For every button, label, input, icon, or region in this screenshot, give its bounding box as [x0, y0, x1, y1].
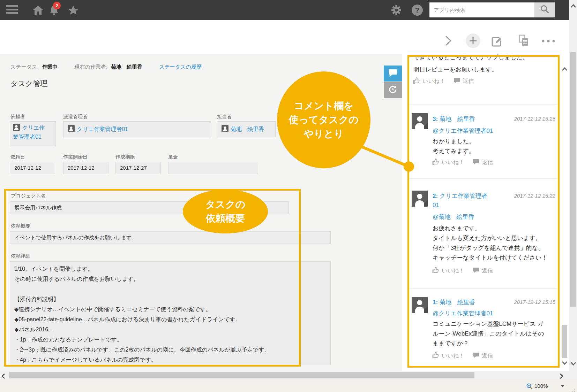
comment-author-link-line2[interactable]: 01: [433, 202, 439, 209]
comment-body-line: できているところまででアップしました。: [413, 53, 529, 62]
comment-bubble-icon: [388, 69, 398, 79]
zoom-dropdown-icon[interactable]: [561, 385, 564, 387]
hamburger-menu-icon[interactable]: [6, 5, 18, 15]
comment-body-line: 明日レビューをお願いします。: [413, 65, 498, 75]
detail-line: ◆パネル2016…: [14, 324, 326, 335]
comment-scroll-up-icon[interactable]: [562, 67, 568, 71]
like-button[interactable]: いいね！: [442, 267, 464, 275]
annotation-text: タスクの: [205, 198, 246, 212]
dispatch-manager-user-link[interactable]: クリエ作業管理者01: [68, 125, 128, 133]
page-scroll-up-icon[interactable]: [570, 4, 576, 8]
requester-user-link[interactable]: クリエ作: [13, 124, 53, 132]
field-label-request-date: 依頼日: [10, 154, 25, 160]
comment-mention-link[interactable]: @クリエ作業管理者01: [433, 127, 493, 135]
like-icon: [413, 77, 420, 85]
comment-body-line: ままですか？: [433, 339, 469, 348]
home-icon[interactable]: [32, 5, 44, 16]
comment-mention-link[interactable]: @クリエ作業管理者01: [433, 309, 493, 317]
help-icon[interactable]: ?: [412, 5, 423, 16]
page-horizontal-scrollbar[interactable]: [0, 371, 569, 380]
reply-button[interactable]: 返信: [482, 159, 493, 166]
tab-comments[interactable]: [384, 66, 402, 82]
field-label-requester: 依頼者: [10, 114, 25, 120]
comment-body-line: 何か「3社がタッグを組んで連携」的な、: [433, 243, 544, 253]
dispatch-manager-name: クリエ作業管理者01: [77, 126, 128, 133]
detail-line: ・1p：作成の元となるテンプレートです。: [14, 335, 326, 345]
page-vertical-scrollbar[interactable]: [569, 0, 577, 371]
assignee-field: 菊地 絵里香: [217, 121, 276, 137]
reply-button[interactable]: 返信: [463, 78, 474, 85]
comment-scroll-down-icon[interactable]: [562, 361, 568, 365]
field-label-summary: 依頼概要: [11, 223, 30, 229]
like-button[interactable]: いいね！: [442, 352, 464, 360]
comment-body-line: タイトルも変えた方がいいと思います。: [433, 233, 541, 243]
horizontal-scrollbar-thumb[interactable]: [9, 372, 474, 378]
requester-field: クリエ作 業管理者01: [10, 121, 56, 147]
start-date-value: 2017-12-12: [63, 162, 108, 174]
request-date-value: 2017-12-12: [10, 162, 55, 174]
comment-divider: [409, 288, 558, 289]
status-label: ステータス:: [10, 64, 39, 70]
detail-line: 【添付資料説明】: [14, 294, 326, 304]
comment-header[interactable]: 2: クリエ作業管理者: [433, 192, 487, 200]
annotation-bubble-summary: タスクの 依頼概要: [183, 190, 268, 233]
more-options-icon[interactable]: [542, 40, 555, 43]
avatar: [412, 191, 428, 208]
comment-author-link[interactable]: 菊地 絵里香: [440, 299, 475, 306]
page-scroll-left-icon[interactable]: [1, 373, 5, 379]
page-scroll-down-icon[interactable]: [570, 362, 576, 366]
field-label-detail: 依頼詳細: [11, 253, 30, 259]
detail-line: その時に使用するパネルの作成をお願いします。: [14, 274, 326, 284]
scrollbar-corner: [569, 371, 577, 380]
tab-change-history[interactable]: [384, 82, 402, 98]
comment-timestamp: 2017-12-12 15:22: [488, 193, 555, 199]
gear-icon[interactable]: [391, 5, 402, 16]
detail-line: ・4p：こちらでイメージしているパネルの完成図です。: [14, 355, 326, 365]
comment-number: 2:: [433, 193, 438, 199]
favorites-star-icon[interactable]: [68, 5, 79, 16]
unit-price-value: [168, 162, 257, 174]
detail-line: 1/10、イベントを開催します。: [14, 264, 326, 274]
search-input[interactable]: [429, 2, 534, 17]
field-label-assignee: 担当者: [217, 114, 232, 120]
current-worker-label: 現在の作業者:: [75, 64, 108, 70]
search-button[interactable]: [534, 2, 555, 17]
comment-body-line: コミュニケーション基盤LCMサービス ガ: [433, 319, 543, 329]
comment-header[interactable]: 1: 菊地 絵里香: [433, 298, 475, 306]
request-detail-value: 1/10、イベントを開催します。 その時に使用するパネルの作成をお願いします。 …: [10, 261, 331, 365]
assignee-user-link[interactable]: 菊地 絵里香: [222, 125, 264, 133]
like-button[interactable]: いいね！: [422, 78, 445, 85]
user-icon: [13, 124, 20, 132]
notification-badge: 2: [53, 2, 61, 9]
comment-number: 3:: [433, 116, 438, 122]
app-window: 2 ? ス: [0, 0, 577, 392]
deadline-value: 2017-12-27: [115, 162, 161, 174]
comment-author-link[interactable]: クリエ作業管理者: [440, 193, 487, 199]
next-record-icon[interactable]: [444, 35, 452, 46]
comment-header[interactable]: 3: 菊地 絵里香: [433, 115, 475, 123]
like-button[interactable]: いいね！: [442, 159, 464, 166]
comment-body-line: お疲れさまです。: [433, 224, 481, 233]
field-label-project: プロジェクト名: [11, 193, 46, 199]
status-history-link[interactable]: ステータスの履歴: [159, 64, 202, 70]
comment-scrollbar-thumb[interactable]: [562, 325, 567, 358]
detail-line: ◆05-panel22-tate-guideline…パネル作成における決まり事…: [14, 314, 326, 324]
page-scrollbar-thumb[interactable]: [570, 52, 576, 307]
copy-record-icon[interactable]: [518, 34, 529, 46]
reply-button[interactable]: 返信: [482, 352, 493, 360]
edit-record-icon[interactable]: [491, 35, 503, 47]
comment-author-link[interactable]: 菊地 絵里香: [440, 116, 475, 122]
reply-button[interactable]: 返信: [482, 267, 493, 275]
page-scroll-right-icon[interactable]: [560, 373, 563, 379]
field-label-deadline: 作成期限: [115, 154, 135, 160]
comment-body-line: わかりました。: [433, 137, 475, 146]
comment-mention-link[interactable]: @菊地 絵里香: [433, 213, 474, 221]
like-icon: [432, 267, 439, 275]
requester-name-line1: クリエ作: [22, 124, 45, 132]
add-record-icon[interactable]: [466, 33, 480, 48]
requester-name-line2[interactable]: 業管理者01: [13, 133, 53, 141]
reply-icon: [473, 159, 479, 166]
field-label-dispatch-manager: 派遣管理者: [63, 114, 88, 120]
avatar: [412, 113, 428, 131]
user-icon: [68, 125, 75, 133]
